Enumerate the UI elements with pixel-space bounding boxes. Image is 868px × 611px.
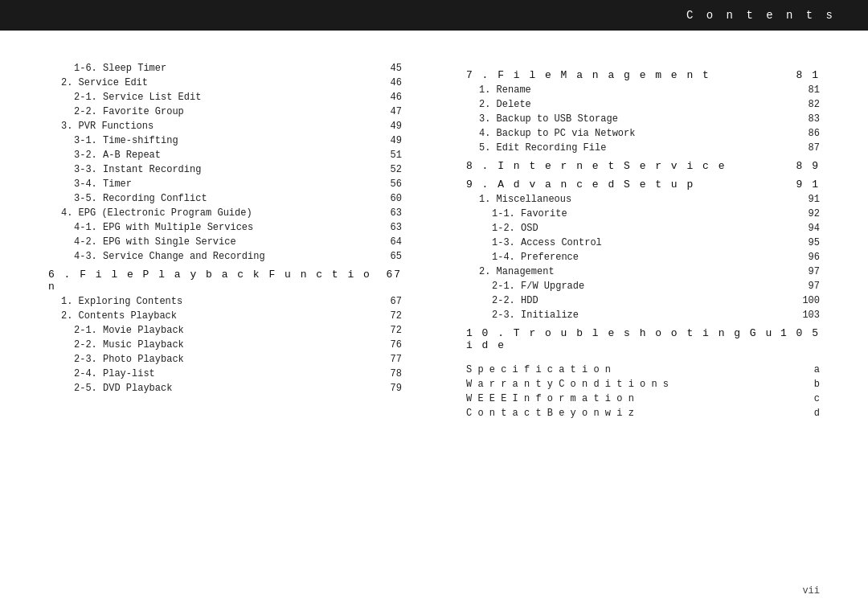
toc-entry-text: 4. EPG (Electronic Program Guide) bbox=[61, 207, 378, 219]
toc-section-header: 1 0 . T r o u b l e s h o o t i n g G u … bbox=[466, 327, 820, 351]
toc-entry-page: 65 bbox=[378, 251, 402, 262]
toc-entry-page: 81 bbox=[796, 84, 820, 96]
toc-entry-page: 49 bbox=[378, 135, 402, 146]
toc-plain-entry-page: c bbox=[796, 393, 820, 404]
toc-entry-page: 72 bbox=[378, 325, 402, 336]
toc-entry-text: 2-5. DVD Playback bbox=[74, 383, 378, 394]
toc-section-header: 7 . F i l e M a n a g e m e n t8 1 bbox=[466, 69, 820, 81]
toc-entry: 2-3. Initialize103 bbox=[466, 310, 820, 321]
toc-entry: 3. PVR Functions49 bbox=[48, 121, 402, 132]
toc-entry-page: 63 bbox=[378, 222, 402, 233]
toc-plain-entry-page: b bbox=[796, 379, 820, 390]
toc-entry-page: 72 bbox=[378, 310, 402, 322]
section-title: 1 0 . T r o u b l e s h o o t i n g G u … bbox=[466, 327, 780, 351]
header-title: C o n t e n t s bbox=[686, 9, 836, 22]
toc-entry-page: 87 bbox=[796, 142, 820, 154]
toc-entry-page: 79 bbox=[378, 383, 402, 394]
toc-entry-page: 51 bbox=[378, 150, 402, 161]
toc-entry-text: 2. Management bbox=[479, 266, 796, 277]
toc-entry: 2-1. F/W Upgrade97 bbox=[466, 281, 820, 292]
toc-entry-text: 1. Exploring Contents bbox=[61, 296, 378, 307]
toc-entry-page: 95 bbox=[796, 237, 820, 248]
toc-entry-text: 3. PVR Functions bbox=[61, 121, 378, 132]
content-area: 1-6. Sleep Timer452. Service Edit462-1. … bbox=[0, 31, 868, 611]
toc-entry: 3-1. Time-shifting49 bbox=[48, 135, 402, 146]
toc-entry-text: 3-1. Time-shifting bbox=[74, 135, 378, 146]
section-page: 67 bbox=[378, 269, 402, 281]
toc-entry-text: 1-2. OSD bbox=[492, 223, 796, 234]
toc-entry: 4-1. EPG with Multiple Services63 bbox=[48, 222, 402, 233]
toc-entry-text: 1. Miscellaneous bbox=[479, 194, 796, 205]
toc-entry: 1-2. OSD94 bbox=[466, 223, 820, 234]
toc-entry-page: 82 bbox=[796, 99, 820, 110]
toc-entry: 4. Backup to PC via Network86 bbox=[466, 128, 820, 139]
toc-entry-text: 2. Contents Playback bbox=[61, 310, 378, 322]
toc-entry: 2-5. DVD Playback79 bbox=[48, 383, 402, 394]
toc-entry: 3-3. Instant Recording52 bbox=[48, 164, 402, 175]
section-page: 8 9 bbox=[796, 160, 820, 172]
toc-entry: 2. Service Edit46 bbox=[48, 77, 402, 88]
section-page: 8 1 bbox=[796, 69, 820, 81]
toc-entry: 3-5. Recording Conflict60 bbox=[48, 193, 402, 204]
toc-entry-text: 2. Service Edit bbox=[61, 77, 378, 88]
toc-entry-text: 2-2. HDD bbox=[492, 295, 796, 306]
toc-plain-entry-text: S p e c i f i c a t i o n bbox=[466, 364, 796, 375]
toc-entry: 2-2. Favorite Group47 bbox=[48, 106, 402, 117]
toc-plain-entry-text: W a r r a n t y C o n d i t i o n s bbox=[466, 379, 796, 390]
section-page: 1 0 5 bbox=[780, 327, 820, 339]
toc-entry: 2. Delete82 bbox=[466, 99, 820, 110]
toc-entry-page: 63 bbox=[378, 207, 402, 219]
toc-entry-text: 5. Edit Recording File bbox=[479, 142, 796, 154]
toc-entry: 2-2. HDD100 bbox=[466, 295, 820, 306]
toc-plain-entry: W E E E I n f o r m a t i o nc bbox=[466, 393, 820, 404]
toc-entry-text: 3-3. Instant Recording bbox=[74, 164, 378, 175]
toc-entry-page: 77 bbox=[378, 354, 402, 365]
toc-entry-text: 4-2. EPG with Single Service bbox=[74, 236, 378, 248]
toc-entry-page: 76 bbox=[378, 339, 402, 351]
toc-entry-page: 49 bbox=[378, 121, 402, 132]
toc-entry-page: 56 bbox=[378, 178, 402, 190]
toc-plain-entry: S p e c i f i c a t i o na bbox=[466, 364, 820, 375]
toc-entry: 5. Edit Recording File87 bbox=[466, 142, 820, 154]
toc-entry: 4-2. EPG with Single Service64 bbox=[48, 236, 402, 248]
toc-entry: 2-1. Service List Edit46 bbox=[48, 92, 402, 103]
toc-entry-page: 92 bbox=[796, 208, 820, 219]
section-title: 8 . I n t e r n e t S e r v i c e bbox=[466, 160, 796, 172]
toc-entry-text: 1-3. Access Control bbox=[492, 237, 796, 248]
toc-entry: 2-4. Play-list78 bbox=[48, 368, 402, 379]
toc-plain-entry-text: C o n t a c t B e y o n w i z bbox=[466, 408, 796, 419]
toc-section-header: 9 . A d v a n c e d S e t u p9 1 bbox=[466, 178, 820, 191]
toc-entry-page: 64 bbox=[378, 236, 402, 248]
toc-entry-text: 2-1. F/W Upgrade bbox=[492, 281, 796, 292]
toc-entry-text: 3-5. Recording Conflict bbox=[74, 193, 378, 204]
toc-entry-page: 83 bbox=[796, 113, 820, 125]
toc-entry-text: 3-2. A-B Repeat bbox=[74, 150, 378, 161]
left-column: 1-6. Sleep Timer452. Service Edit462-1. … bbox=[48, 63, 434, 587]
section-title: 9 . A d v a n c e d S e t u p bbox=[466, 178, 796, 191]
right-column: 7 . F i l e M a n a g e m e n t8 11. Ren… bbox=[434, 63, 820, 587]
toc-entry-page: 97 bbox=[796, 281, 820, 292]
toc-entry-text: 2-3. Photo Playback bbox=[74, 354, 378, 365]
footer-page: vii bbox=[802, 585, 820, 597]
toc-entry-text: 2-2. Favorite Group bbox=[74, 106, 378, 117]
toc-entry: 2-2. Music Playback76 bbox=[48, 339, 402, 351]
toc-entry-text: 2-1. Movie Playback bbox=[74, 325, 378, 336]
header-bar: C o n t e n t s bbox=[0, 0, 868, 31]
toc-entry: 2-3. Photo Playback77 bbox=[48, 354, 402, 365]
toc-entry: 1. Exploring Contents67 bbox=[48, 296, 402, 307]
toc-entry: 1-3. Access Control95 bbox=[466, 237, 820, 248]
toc-entry: 2-1. Movie Playback72 bbox=[48, 325, 402, 336]
toc-entry-page: 47 bbox=[378, 106, 402, 117]
toc-entry-page: 78 bbox=[378, 368, 402, 379]
toc-entry-page: 97 bbox=[796, 266, 820, 277]
toc-entry: 1-4. Preference96 bbox=[466, 252, 820, 263]
toc-entry: 4-3. Service Change and Recording65 bbox=[48, 251, 402, 262]
toc-plain-entry: C o n t a c t B e y o n w i zd bbox=[466, 408, 820, 419]
toc-entry-text: 1-1. Favorite bbox=[492, 208, 796, 219]
toc-entry-text: 1. Rename bbox=[479, 84, 796, 96]
toc-plain-entry-page: a bbox=[796, 364, 820, 375]
toc-entry: 1. Rename81 bbox=[466, 84, 820, 96]
toc-section-header: 8 . I n t e r n e t S e r v i c e8 9 bbox=[466, 160, 820, 172]
toc-entry-text: 2-3. Initialize bbox=[492, 310, 796, 321]
toc-entry-page: 94 bbox=[796, 223, 820, 234]
